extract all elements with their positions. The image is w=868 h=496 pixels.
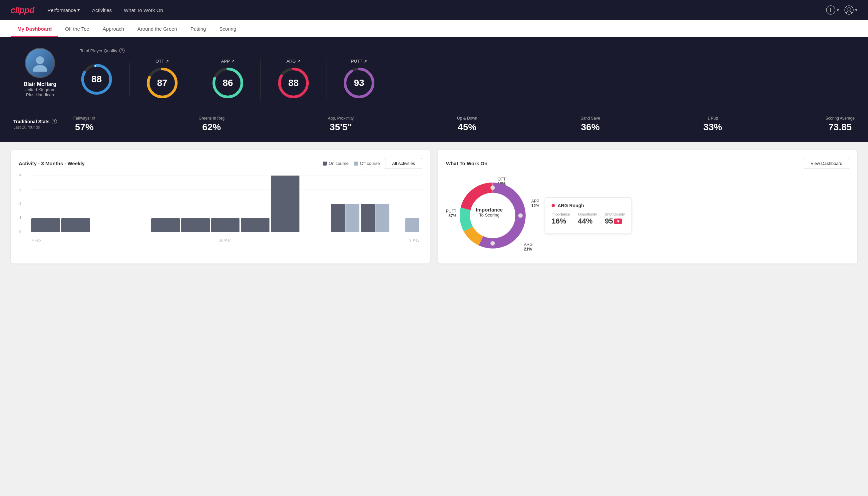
stats-items: Fairways Hit 57% Greens In Reg 62% App. … xyxy=(67,116,855,133)
donut-chart-wrapper: OTT 10% APP 12% ARG 21% PUTT xyxy=(446,175,539,255)
bar-group xyxy=(271,175,299,232)
chevron-down-icon: ▾ xyxy=(77,7,80,13)
bar-group xyxy=(31,218,60,233)
bar-group xyxy=(331,204,359,232)
stat-value: 45% xyxy=(458,122,476,133)
tab-around-the-green[interactable]: Around the Green xyxy=(130,20,184,37)
player-name: Blair McHarg xyxy=(23,81,57,87)
donut-center: Importance To Scoring xyxy=(476,207,503,218)
ott-gauge-circle: 87 xyxy=(145,66,179,99)
chart-legend: On course Off course xyxy=(323,161,380,166)
bar-on-course xyxy=(271,175,299,232)
bar-on-course xyxy=(361,204,375,232)
trend-icon: ↗ xyxy=(364,59,367,64)
stat-value: 57% xyxy=(75,122,94,133)
gauge-arg: ARG ↗ 88 xyxy=(261,59,327,99)
help-icon[interactable]: ? xyxy=(52,119,57,124)
app-label: APP ↗ xyxy=(221,59,235,64)
nav-activities[interactable]: Activities xyxy=(92,7,112,13)
info-metric-importance: Importance 16% xyxy=(552,212,570,226)
bar-group xyxy=(211,218,240,233)
bar-on-course xyxy=(61,218,90,233)
tab-putting[interactable]: Putting xyxy=(184,20,213,37)
x-axis-labels: 7 Feb 28 Mar 9 May xyxy=(29,238,422,242)
stat-sand-save: Sand Save 36% xyxy=(581,116,600,133)
stat-fairways-hit: Fairways Hit 57% xyxy=(73,116,95,133)
nav-links: Performance ▾ Activities What To Work On xyxy=(48,7,163,13)
scores-section: Total Player Quality ? 88 xyxy=(80,48,855,99)
avatar xyxy=(25,48,55,78)
top-nav: clippd Performance ▾ Activities What To … xyxy=(0,0,868,20)
arg-gauge-circle: 88 xyxy=(277,66,310,99)
bar-off-course xyxy=(405,218,419,233)
player-country: United Kingdom xyxy=(25,87,56,92)
donut-section: OTT 10% APP 12% ARG 21% PUTT xyxy=(446,175,849,255)
tab-off-the-tee[interactable]: Off the Tee xyxy=(58,20,96,37)
bar-group xyxy=(151,218,180,233)
main-score: 88 xyxy=(91,74,101,84)
stat-up-down: Up & Down 45% xyxy=(457,116,477,133)
trend-icon: ↗ xyxy=(297,59,300,64)
trad-stats-subtitle: Last 20 rounds xyxy=(13,125,67,129)
putt-label: PUTT ↗ xyxy=(351,59,367,64)
user-menu-button[interactable]: ▾ xyxy=(845,5,857,15)
view-dashboard-button[interactable]: View Dashboard xyxy=(804,158,849,169)
shot-quality-value: 95 ▼ xyxy=(605,217,625,226)
down-arrow-icon: ▼ xyxy=(614,218,622,224)
gauge-app: APP ↗ 86 xyxy=(195,59,261,99)
stat-app-proximity: App. Proximity 35'5" xyxy=(328,116,353,133)
bar-on-course xyxy=(241,218,269,233)
svg-point-4 xyxy=(848,7,850,10)
bar-off-course xyxy=(345,204,359,232)
stat-label: Sand Save xyxy=(581,116,600,121)
bar-group xyxy=(241,218,269,233)
legend-on-course: On course xyxy=(323,161,349,166)
tab-approach[interactable]: Approach xyxy=(96,20,130,37)
info-metric-opportunity: Opportunity 44% xyxy=(578,212,597,226)
bar-group xyxy=(181,218,210,233)
tab-scoring[interactable]: Scoring xyxy=(212,20,243,37)
stat-value: 73.85 xyxy=(828,122,852,133)
bar-on-course xyxy=(31,218,60,233)
app-gauge-circle: 86 xyxy=(211,66,244,99)
gauge-putt: PUTT ↗ 93 xyxy=(327,59,392,99)
hero-section: Blair McHarg United Kingdom Plus Handica… xyxy=(0,37,868,109)
bar-on-course xyxy=(151,218,180,233)
donut-label-app: APP 12% xyxy=(531,199,539,208)
info-card-title: ARG Rough xyxy=(552,203,625,208)
bars-container xyxy=(29,175,422,232)
nav-performance[interactable]: Performance ▾ xyxy=(48,7,80,13)
info-metrics: Importance 16% Opportunity 44% Shot Qual… xyxy=(552,212,625,226)
app-logo: clippd xyxy=(11,5,34,15)
stat-scoring-avg: Scoring Average 73.85 xyxy=(825,116,855,133)
help-icon[interactable]: ? xyxy=(119,48,125,53)
player-info: Blair McHarg United Kingdom Plus Handica… xyxy=(13,48,67,97)
tab-my-dashboard[interactable]: My Dashboard xyxy=(11,20,58,37)
info-metric-shot-quality: Shot Quality 95 ▼ xyxy=(605,212,625,226)
add-button[interactable]: ▾ xyxy=(826,5,839,15)
trad-stats-label: Traditional Stats ? Last 20 rounds xyxy=(13,119,67,129)
svg-point-21 xyxy=(518,213,523,218)
activity-card: Activity - 3 Months - Weekly On course O… xyxy=(11,150,430,263)
trend-icon: ↗ xyxy=(231,59,235,64)
all-activities-button[interactable]: All Activities xyxy=(385,158,422,169)
bar-chart: 4 3 2 1 0 7 Feb 28 Mar 9 May xyxy=(19,175,422,242)
traditional-stats: Traditional Stats ? Last 20 rounds Fairw… xyxy=(0,109,868,142)
putt-gauge-circle: 93 xyxy=(343,66,376,99)
trend-icon: ↗ xyxy=(165,59,169,64)
activity-chart-title: Activity - 3 Months - Weekly xyxy=(19,160,84,166)
svg-point-3 xyxy=(845,6,853,14)
player-handicap: Plus Handicap xyxy=(26,92,54,97)
stat-label: App. Proximity xyxy=(328,116,353,121)
stat-label: Fairways Hit xyxy=(73,116,95,121)
legend-dot-on-course xyxy=(323,161,327,166)
donut-label-putt: PUTT 57% xyxy=(446,209,456,218)
donut-area: OTT 10% APP 12% ARG 21% PUTT xyxy=(446,175,539,255)
bar-group xyxy=(61,218,90,233)
nav-what-to-work-on[interactable]: What To Work On xyxy=(124,7,163,13)
stat-value: 62% xyxy=(202,122,221,133)
svg-point-5 xyxy=(36,56,44,64)
stat-label: 1 Putt xyxy=(708,116,718,121)
total-quality-label: Total Player Quality ? xyxy=(80,48,855,53)
bar-on-course xyxy=(181,218,210,233)
